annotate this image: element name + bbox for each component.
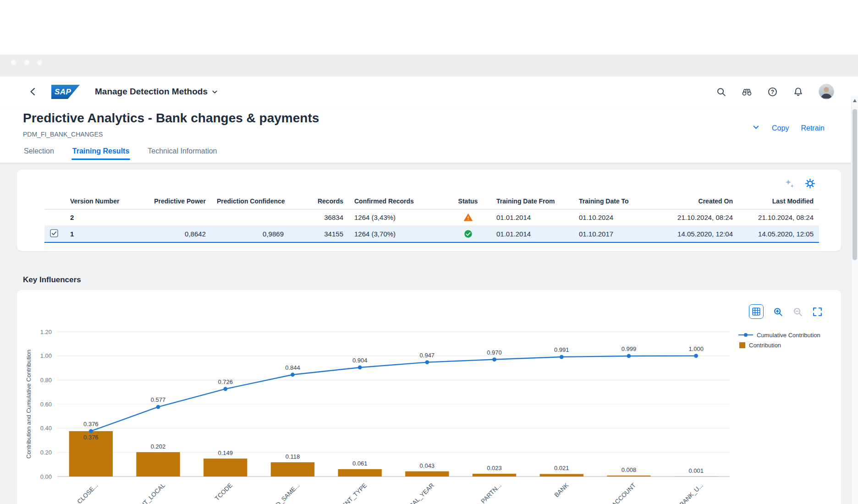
shell-icon-bar: ? (716, 77, 834, 107)
svg-text:S_CLOSE...: S_CLOSE... (71, 482, 99, 504)
predictive-power-cell (133, 209, 211, 226)
svg-text:BANK_U...: BANK_U... (678, 482, 704, 504)
key-influencers-chart[interactable]: 0.000.200.400.600.801.001.20Contribution… (17, 290, 841, 504)
tab-training-results[interactable]: Training Results (72, 142, 130, 163)
last-modified-cell: 21.10.2024, 08:24 (738, 209, 819, 226)
copy-button[interactable]: Copy (772, 124, 789, 132)
table-row-version-1[interactable]: 1 0,8642 0,9869 34155 1264 (3,70%) 01.01… (44, 226, 819, 243)
status-cell (445, 209, 491, 226)
app-title: Manage Detection Methods (95, 87, 208, 97)
svg-text:0.80: 0.80 (40, 377, 52, 383)
svg-text:0.202: 0.202 (151, 443, 166, 450)
back-button[interactable] (28, 87, 38, 97)
svg-text:0.043: 0.043 (420, 462, 435, 469)
svg-text:Contribution and Cumulative Co: Contribution and Cumulative Contribution (25, 350, 32, 459)
svg-text:PD_SAME...: PD_SAME... (271, 482, 301, 504)
page-title: Predictive Analytics - Bank changes & pa… (23, 111, 319, 126)
tab-technical-information[interactable]: Technical Information (147, 142, 218, 163)
svg-text:0.60: 0.60 (40, 401, 52, 408)
search-icon[interactable] (716, 87, 726, 97)
confirmed-records-cell: 1264 (3,70%) (349, 226, 445, 243)
svg-text:0.577: 0.577 (151, 396, 166, 403)
svg-text:1.20: 1.20 (40, 329, 52, 335)
column-header: Version Number (65, 193, 133, 209)
tab-selection[interactable]: Selection (23, 142, 55, 163)
records-cell: 36834 (289, 209, 349, 226)
notifications-bell-icon[interactable] (793, 87, 803, 97)
key-influencers-card: 0.000.200.400.600.801.001.20Contribution… (17, 290, 841, 504)
column-header: Prediction Confidence (211, 193, 289, 209)
records-cell: 34155 (289, 226, 349, 243)
column-header: Last Modified (738, 193, 819, 209)
key-influencers-title: Key Influencers (23, 275, 81, 285)
header-actions: Copy Retrain (752, 123, 825, 133)
page-content: Version Number Predictive Power Predicti… (0, 163, 851, 504)
created-on-cell: 14.05.2020, 12:04 (656, 226, 738, 243)
training-date-to-cell: 01.10.2024 (573, 209, 656, 226)
fullscreen-icon[interactable] (812, 307, 823, 317)
predictive-power-cell: 0,8642 (133, 226, 211, 243)
shell-header: SAP Manage Detection Methods ? (0, 77, 851, 107)
svg-text:Contribution: Contribution (749, 342, 781, 349)
svg-text:0.001: 0.001 (688, 467, 704, 474)
training-versions-card: Version Number Predictive Power Predicti… (17, 170, 841, 251)
select-column-header (44, 193, 65, 209)
window-dot (37, 60, 42, 65)
table-view-toggle-icon[interactable] (749, 304, 764, 319)
svg-text:BANK: BANK (553, 482, 570, 499)
training-date-from-cell: 01.01.2014 (491, 209, 573, 226)
app-title-menu[interactable]: Manage Detection Methods (95, 77, 218, 107)
svg-text:0.149: 0.149 (218, 449, 233, 456)
svg-text:0.021: 0.021 (554, 465, 569, 471)
svg-text:ACCOUNT: ACCOUNT (610, 482, 637, 504)
svg-text:0.008: 0.008 (622, 466, 637, 473)
scrollbar-thumb[interactable] (852, 109, 857, 260)
versions-table: Version Number Predictive Power Predicti… (44, 193, 819, 243)
column-header: Records (289, 193, 349, 209)
scroll-up-arrow[interactable] (853, 99, 857, 102)
svg-text:Cumulative Contribution: Cumulative Contribution (757, 332, 820, 339)
warning-icon (463, 213, 473, 222)
help-icon[interactable]: ? (767, 87, 778, 97)
training-date-to-cell: 01.10.2017 (573, 226, 656, 243)
sap-logo: SAP (51, 85, 80, 99)
column-header: Confirmed Records (349, 193, 445, 209)
user-avatar[interactable] (819, 84, 834, 99)
retrain-button[interactable]: Retrain (801, 124, 825, 132)
settings-gear-icon[interactable] (805, 178, 815, 189)
os-titlebar (0, 55, 858, 77)
svg-text:0.023: 0.023 (487, 465, 502, 471)
created-on-cell: 21.10.2024, 08:24 (656, 209, 738, 226)
column-header: Training Date To (573, 193, 656, 209)
row-select-checkbox[interactable] (50, 229, 58, 237)
svg-text:0.844: 0.844 (285, 364, 300, 371)
svg-text:0.118: 0.118 (286, 453, 300, 460)
window-dot (24, 60, 29, 65)
zoom-out-icon[interactable] (792, 307, 803, 317)
svg-text:0.376: 0.376 (83, 421, 99, 427)
collapse-header-icon[interactable] (752, 123, 760, 133)
svg-text:SCAL_YEAR: SCAL_YEAR (405, 482, 435, 504)
zoom-in-icon[interactable] (773, 307, 783, 317)
ai-sparkle-icon[interactable] (784, 178, 795, 189)
table-row-version-2[interactable]: 2 36834 1264 (3,43%) 01.01.2014 01.10.20… (44, 209, 819, 226)
application-window: SAP Manage Detection Methods ? Predicti (0, 0, 858, 504)
svg-text:S_PARTN...: S_PARTN... (474, 482, 503, 504)
binoculars-icon[interactable] (742, 87, 752, 97)
svg-text:1.00: 1.00 (40, 352, 52, 359)
row-select-cell[interactable] (44, 209, 65, 226)
prediction-confidence-cell: 0,9869 (211, 226, 289, 243)
svg-text:0.726: 0.726 (218, 378, 233, 385)
svg-text:0.00: 0.00 (40, 473, 52, 480)
svg-text:MENT_TYPE: MENT_TYPE (337, 482, 368, 504)
version-cell: 2 (65, 209, 133, 226)
page-subtitle: PDM_FI_BANK_CHANGES (23, 131, 103, 138)
column-header: Training Date From (491, 193, 573, 209)
chevron-down-icon (752, 123, 760, 131)
table-toolbar (17, 173, 841, 193)
svg-text:0.904: 0.904 (352, 357, 368, 364)
table-header-row: Version Number Predictive Power Predicti… (44, 193, 819, 209)
vertical-scrollbar[interactable] (851, 96, 858, 504)
training-date-from-cell: 01.01.2014 (491, 226, 573, 243)
chevron-left-icon (28, 87, 38, 97)
